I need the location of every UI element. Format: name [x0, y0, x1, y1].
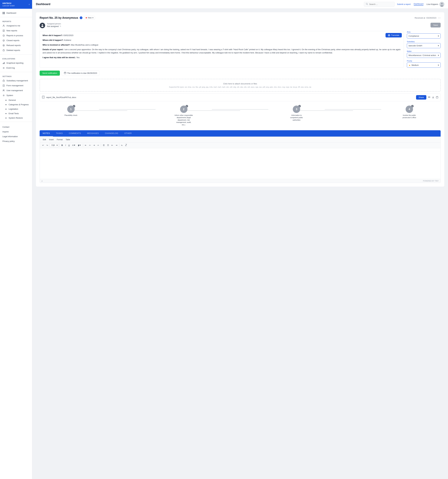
- sidebar-label: Deleted reports: [7, 49, 20, 51]
- search-input[interactable]: [369, 3, 393, 5]
- share-button[interactable]: Share: [416, 95, 426, 100]
- view-file-button[interactable]: [428, 96, 430, 99]
- toolbar-divider: [119, 144, 119, 147]
- avatar: [439, 2, 444, 7]
- dot-icon: ●: [5, 112, 7, 114]
- toolbar-align-center-button[interactable]: ⇦: [88, 143, 92, 147]
- search-box[interactable]: [364, 2, 394, 7]
- sidebar-item-user-management[interactable]: User management: [0, 88, 32, 93]
- toolbar-redo-button[interactable]: ↪: [45, 143, 49, 147]
- user-menu[interactable]: Lisa Küppers: [427, 2, 444, 7]
- tab-comments[interactable]: COMMENTS: [66, 130, 84, 137]
- matter-select[interactable]: Miscellaneous / Criminal action ▾: [407, 53, 441, 58]
- sidebar-item-legislation[interactable]: ● Legislation: [0, 107, 32, 111]
- toolbar-text-color-button[interactable]: A▼: [71, 143, 76, 147]
- svg-rect-21: [4, 62, 5, 64]
- step-circle-2[interactable]: 2: [180, 106, 187, 113]
- sidebar-item-system[interactable]: System: [0, 93, 32, 98]
- subsidiary-select[interactable]: lawcode GmbH ▾: [407, 43, 441, 48]
- editor-menu-table[interactable]: Table: [64, 138, 72, 141]
- sidebar-item-closed-reports[interactable]: Closed reports: [0, 38, 32, 43]
- sidebar-item-categories-progress[interactable]: ● Categories & Progress: [0, 102, 32, 107]
- toolbar-justify-button[interactable]: ⇨: [96, 143, 100, 147]
- assigned-edit-button[interactable]: ✎: [60, 25, 61, 27]
- tab-tasks[interactable]: TASKS: [53, 130, 66, 137]
- dot-icon: ●: [5, 108, 7, 110]
- chevron-down-icon: ▾: [92, 17, 93, 19]
- sidebar-item-form-management[interactable]: Form management: [0, 83, 32, 88]
- toolbar-link-button[interactable]: [124, 143, 128, 147]
- sidebar-item-system-restore[interactable]: ● System Restore: [0, 116, 32, 120]
- sidebar-label: Graphical reporting: [7, 62, 23, 64]
- toolbar-italic-button[interactable]: I: [64, 143, 67, 147]
- document-icon: [2, 29, 5, 32]
- sidebar-item-email-texts[interactable]: ● Email Texts: [0, 111, 32, 116]
- search-icon: [366, 3, 368, 6]
- sidebar-item-imprint[interactable]: Imprint: [0, 129, 32, 134]
- submit-report-link[interactable]: Submit a report: [397, 3, 411, 5]
- toolbar-font-size-select[interactable]: 12pt 10pt 14pt 16pt: [50, 143, 59, 147]
- toolbar-highlight-button[interactable]: ▮▼: [77, 143, 82, 147]
- toolbar-underline-button[interactable]: U: [68, 143, 71, 147]
- chevron-down-icon: ▾: [438, 64, 439, 66]
- toolbar-bullet-list-button[interactable]: ☰: [102, 143, 106, 147]
- sidebar-toggle-button[interactable]: ‹: [29, 3, 30, 6]
- sidebar-sub-label: Email Texts: [9, 112, 19, 115]
- step-circle-1[interactable]: 1: [67, 106, 75, 113]
- dot-icon: ●: [5, 117, 7, 119]
- step-circle-3[interactable]: 3: [293, 106, 300, 113]
- sidebar-item-refused-reports[interactable]: Refused reports: [0, 43, 32, 48]
- area-select[interactable]: Compliance ▾: [407, 33, 441, 39]
- toolbar-subscript-button[interactable]: x₂: [120, 144, 124, 147]
- tab-messages[interactable]: MESSAGES: [84, 130, 102, 137]
- editor-menu-insert[interactable]: Insert: [48, 138, 55, 141]
- sidebar-item-dashboard[interactable]: Dashboard: [0, 11, 32, 15]
- sidebar-item-reports-in-process[interactable]: Reports in process: [0, 33, 32, 38]
- sidebar-item-deleted-reports[interactable]: Deleted reports: [0, 48, 32, 53]
- delete-file-button[interactable]: [436, 96, 438, 99]
- sidebar-section-settings: Settings: [0, 75, 32, 78]
- sidebar-item-new-reports[interactable]: New reports: [0, 28, 32, 33]
- chart-bar-icon: [2, 62, 5, 64]
- toolbar-align-left-button[interactable]: ⇤: [84, 143, 88, 147]
- sidebar-item-contact[interactable]: Contact: [0, 125, 32, 129]
- sidebar-item-graphical-reporting[interactable]: Graphical reporting: [0, 61, 32, 66]
- file-actions: Share: [416, 95, 438, 100]
- editor-menu-format[interactable]: Format: [55, 138, 64, 141]
- tab-notes[interactable]: NOTES: [40, 130, 53, 137]
- step-item-3: 3 i Information to competent public auth…: [268, 106, 325, 121]
- sidebar-item-privacy-policy[interactable]: Privacy policy: [0, 139, 32, 144]
- matter-label: Matter: [407, 50, 441, 52]
- send-notification-button[interactable]: Send notification: [40, 71, 60, 76]
- editor-menu-edit[interactable]: Edit: [41, 138, 48, 141]
- editor-footer: p POWERED BY TINY: [40, 179, 441, 183]
- toolbar-align-right-button[interactable]: ⇥: [92, 143, 96, 147]
- save-button[interactable]: Save: [430, 23, 441, 27]
- sidebar-item-legal-information[interactable]: Legal information: [0, 134, 32, 139]
- toolbar-outdent-button[interactable]: ⇤: [110, 143, 114, 147]
- toolbar-bold-button[interactable]: B: [61, 143, 64, 147]
- report-status-badge[interactable]: New ▾: [84, 16, 95, 20]
- sidebar-item-event-log[interactable]: Event log: [0, 66, 32, 70]
- svg-point-33: [4, 90, 5, 90]
- download-file-button[interactable]: [432, 96, 434, 99]
- editor-body[interactable]: [40, 148, 441, 179]
- priority-select[interactable]: ▲ Medium ▾: [407, 62, 441, 68]
- toolbar-ordered-list-button[interactable]: ☶: [106, 143, 110, 147]
- toolbar-undo-button[interactable]: ↩: [41, 143, 45, 147]
- more-options-button[interactable]: ⋯: [438, 16, 441, 20]
- sidebar-item-assigned-to-me[interactable]: Assigned to me: [0, 23, 32, 28]
- attachment-dropzone[interactable]: Click here to attach documents or files …: [40, 79, 441, 92]
- sidebar-dashboard-label: Dashboard: [7, 12, 16, 14]
- tab-changelog[interactable]: CHANGELOG: [102, 130, 121, 137]
- dashboard-link[interactable]: Dashboard: [414, 3, 424, 6]
- translate-button[interactable]: Translate: [386, 33, 402, 37]
- editor-toolbar: ↩ ↪ 12pt 10pt 14pt 16pt B I U A▼ ▮▼ ⇤: [40, 142, 441, 148]
- tab-other[interactable]: OTHER: [121, 130, 135, 137]
- sidebar-item-general[interactable]: ● General: [0, 98, 32, 102]
- report-info-icon[interactable]: i: [80, 16, 82, 19]
- page-title: Dashboard: [36, 3, 361, 6]
- toolbar-indent-button[interactable]: ⇥: [115, 143, 118, 147]
- step-circle-4[interactable]: 4: [406, 106, 413, 113]
- sidebar-item-subsidiary-management[interactable]: Subsidiary management: [0, 78, 32, 83]
